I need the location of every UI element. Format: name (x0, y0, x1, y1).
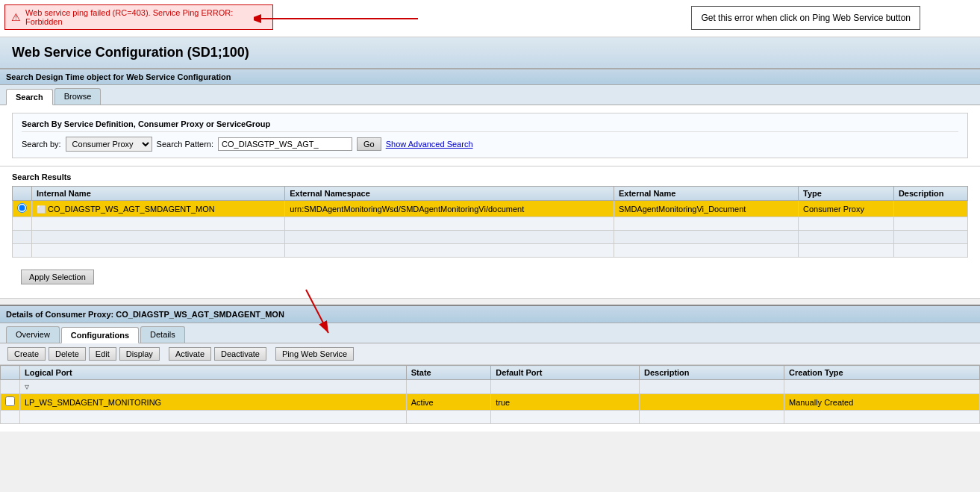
edit-button[interactable]: Edit (89, 347, 116, 361)
table-row-empty-2 (13, 231, 968, 244)
search-results-table: Internal Name External Namespace Externa… (12, 186, 968, 258)
row-radio[interactable] (17, 203, 27, 213)
table-row[interactable]: ⬜ CO_DIAGSTP_WS_AGT_SMDAGENT_MON urn:SMD… (13, 201, 968, 217)
details-section-header: Details of Consumer Proxy: CO_DIAGSTP_WS… (0, 305, 980, 323)
col-description: Description (893, 187, 967, 201)
annotation-box: Get this error when click on Ping Web Se… (691, 6, 920, 30)
error-message: Web service ping failed (RC=403). Servic… (25, 8, 266, 26)
filter-row: ▿ (1, 380, 980, 394)
proxy-icon: ⬜ (37, 205, 46, 214)
col-state: State (406, 366, 490, 380)
config-check[interactable] (5, 396, 15, 406)
config-table: Logical Port State Default Port Descript… (0, 365, 980, 424)
search-by-label: Search by: (22, 140, 61, 149)
arrow-annotation (254, 4, 425, 34)
col-cb (1, 366, 20, 380)
create-button[interactable]: Create (7, 347, 46, 361)
tab-configurations[interactable]: Configurations (61, 327, 139, 343)
row-external-name: SMDAgentMonitoringVi_Document (614, 201, 798, 217)
col-creation-type: Creation Type (784, 366, 980, 380)
col-external-name: External Name (614, 187, 798, 201)
col-type: Type (799, 187, 894, 201)
filter-icon: ▿ (25, 382, 29, 392)
tab-details[interactable]: Details (140, 326, 185, 343)
pattern-label: Search Pattern: (157, 140, 213, 149)
go-button[interactable]: Go (357, 137, 381, 151)
search-pattern-input[interactable] (218, 137, 352, 151)
table-row-empty-3 (13, 244, 968, 258)
search-results-header: Search Results (12, 172, 968, 181)
error-icon: ⚠ (11, 11, 21, 23)
details-tabs: Overview Configurations Details (0, 323, 980, 343)
tab-overview[interactable]: Overview (6, 326, 60, 343)
tab-browse[interactable]: Browse (54, 88, 102, 105)
annotation-text: Get this error when click on Ping Web Se… (701, 13, 911, 23)
config-default-port: true (491, 394, 640, 411)
col-default-port: Default Port (491, 366, 640, 380)
col-desc: Description (640, 366, 784, 380)
col-logical-port: Logical Port (20, 366, 407, 380)
row-external-namespace: urn:SMDAgentMonitoringWsd/SMDAgentMonito… (285, 201, 614, 217)
config-desc (640, 394, 784, 411)
search-section-header: Search Design Time object for Web Servic… (0, 69, 980, 85)
search-by-select[interactable]: Consumer Proxy Service Definition Servic… (66, 137, 152, 152)
display-button[interactable]: Display (119, 347, 160, 361)
row-description (893, 201, 967, 217)
page-title: Web Service Configuration (SD1;100) (0, 37, 980, 69)
search-tabs: Search Browse (0, 85, 980, 105)
apply-selection-button[interactable]: Apply Selection (21, 270, 94, 284)
search-by-definition-header: Search By Service Definition, Consumer P… (22, 119, 958, 132)
deactivate-button[interactable]: Deactivate (214, 347, 266, 361)
table-row-empty-1 (13, 217, 968, 231)
row-internal-name: ⬜ CO_DIAGSTP_WS_AGT_SMDAGENT_MON (32, 201, 285, 217)
details-toolbar: Create Delete Edit Display Activate Deac… (0, 343, 980, 365)
row-checkbox[interactable] (13, 201, 32, 217)
activate-button[interactable]: Activate (169, 347, 211, 361)
col-internal-name: Internal Name (32, 187, 285, 201)
config-state: Active (406, 394, 490, 411)
delete-button[interactable]: Delete (49, 347, 86, 361)
config-row[interactable]: LP_WS_SMDAGENT_MONITORING Active true Ma… (1, 394, 980, 411)
config-logical-port: LP_WS_SMDAGENT_MONITORING (20, 394, 407, 411)
config-row-empty (1, 411, 980, 424)
col-external-namespace: External Namespace (285, 187, 614, 201)
row-type: Consumer Proxy (799, 201, 894, 217)
config-checkbox[interactable] (1, 394, 20, 411)
col-checkbox (13, 187, 32, 201)
show-advanced-search-link[interactable]: Show Advanced Search (386, 140, 473, 149)
ping-web-service-button[interactable]: Ping Web Service (275, 347, 354, 361)
config-creation-type: Manually Created (784, 394, 980, 411)
tab-search[interactable]: Search (6, 89, 53, 105)
